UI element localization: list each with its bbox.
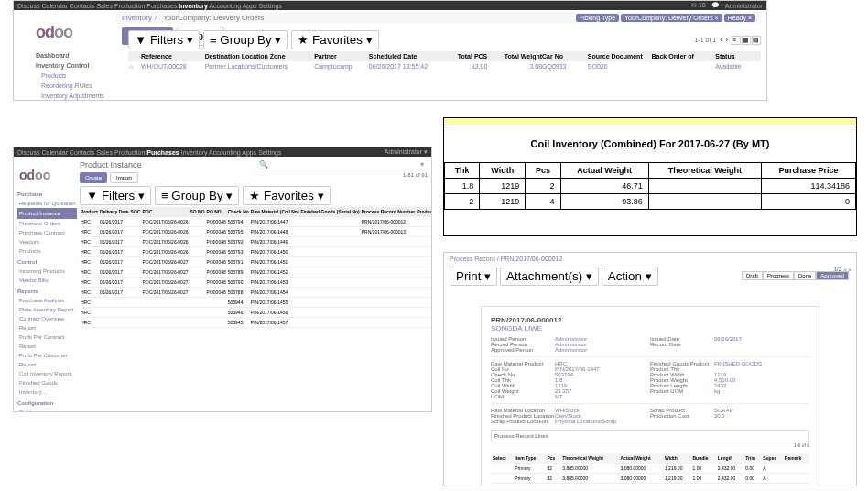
menu-purchases[interactable]: Purchases xyxy=(146,149,179,156)
sidebar-inv-adj[interactable]: Inventory Adjustments xyxy=(36,91,104,101)
col-header[interactable]: Length xyxy=(716,453,744,464)
menu-settings[interactable]: Settings xyxy=(258,149,281,156)
table-row[interactable]: HRC06/26/2017POC/2017/06/26-0026PO000485… xyxy=(80,217,432,227)
sidebar-item[interactable]: Profit Per Customer Report xyxy=(17,351,77,369)
col-header[interactable]: Scheduled Date xyxy=(369,53,442,60)
col-header[interactable]: Raw Material (Coil No) xyxy=(250,207,300,217)
user-menu[interactable]: Administrator xyxy=(725,3,763,9)
action-button[interactable]: Action ▾ xyxy=(602,267,658,286)
col-header[interactable]: Theoretical Weight xyxy=(560,453,618,464)
sidebar-inventory-control[interactable]: Inventory Control xyxy=(36,60,104,71)
menu-contacts[interactable]: Contacts xyxy=(70,149,95,156)
create-button[interactable]: Create xyxy=(80,172,107,183)
col-header[interactable]: POC xyxy=(141,207,189,217)
menu-sales[interactable]: Sales xyxy=(96,149,113,156)
menu-production[interactable]: Production xyxy=(114,3,145,9)
col-header[interactable]: Super xyxy=(761,453,783,464)
menu-calendar[interactable]: Calendar xyxy=(41,149,67,156)
table-row[interactable]: HRC503945PIN/2017/06-1457HOT/SPHC1類2.80 … xyxy=(80,318,432,328)
pager-next-icon[interactable]: › xyxy=(726,37,728,43)
menu-production[interactable]: Production xyxy=(114,149,145,156)
calendar-view-icon[interactable]: ▤ xyxy=(752,36,761,45)
favorites-button[interactable]: ★ Favorites ▾ xyxy=(243,186,330,205)
col-header[interactable]: Back Order of xyxy=(652,53,716,60)
col-header[interactable]: Total PCS xyxy=(442,53,488,60)
col-header[interactable]: SO NO xyxy=(189,207,205,217)
menu-settings[interactable]: Settings xyxy=(259,3,282,9)
search-expand-icon[interactable]: ▾ xyxy=(420,160,424,169)
col-header[interactable]: Source Document xyxy=(588,53,652,60)
favorites-button[interactable]: ★ Favorites ▾ xyxy=(291,30,378,49)
table-row[interactable]: HRC06/26/2017POC/2017/06/26-0027PO000485… xyxy=(80,257,432,267)
col-header[interactable]: Remark xyxy=(783,453,809,464)
sidebar-item[interactable]: Plate Inventory Report xyxy=(17,305,77,314)
kanban-view-icon[interactable]: ▦ xyxy=(742,36,751,45)
pager-prev-icon[interactable]: ‹ xyxy=(720,37,722,43)
status-draft[interactable]: Draft xyxy=(742,271,763,280)
pager-next-icon[interactable]: › xyxy=(849,267,851,286)
groupby-button[interactable]: ≡ Group By ▾ xyxy=(203,30,288,49)
groupby-button[interactable]: ≡ Group By ▾ xyxy=(155,186,239,205)
table-row[interactable]: HRC06/26/2017POC/2017/06/26-0026PO000485… xyxy=(80,247,432,257)
filter-tag[interactable]: Picking Type xyxy=(576,14,620,22)
table-row[interactable]: Primary823,885.000003,080.000001,219.001… xyxy=(491,474,809,484)
table-row[interactable]: HRC503946PIN/2017/06-1456HOT/SPHC1類2.80 … xyxy=(80,308,432,318)
filters-button[interactable]: ▼ Filters ▾ xyxy=(128,30,200,49)
sidebar-dashboard[interactable]: Dashboard xyxy=(36,50,104,60)
col-header[interactable]: SOC xyxy=(130,207,142,217)
filter-tag[interactable]: Ready × xyxy=(724,14,755,22)
col-header[interactable]: Status xyxy=(715,53,761,60)
col-header[interactable]: Width xyxy=(663,453,691,464)
table-row[interactable]: HRC06/26/2017POC/2017/06/26-0027PO000485… xyxy=(80,288,432,298)
sidebar-item[interactable]: Vendors xyxy=(17,237,77,246)
col-header[interactable]: Trim xyxy=(743,453,761,464)
attachment-button[interactable]: Attachment(s) ▾ xyxy=(500,267,599,286)
menu-accounting[interactable]: Accounting xyxy=(209,149,241,156)
menu-apps[interactable]: Apps xyxy=(243,3,257,9)
col-header[interactable]: Delivery Date xyxy=(99,207,130,217)
sidebar-products[interactable]: Products xyxy=(36,71,104,81)
search-icon[interactable]: 🔍 xyxy=(259,160,268,169)
sidebar-reorder[interactable]: Reordering RUles xyxy=(36,81,104,91)
menu-inventory[interactable]: Inventory xyxy=(179,3,208,9)
col-header[interactable]: Check No xyxy=(227,207,250,217)
col-header[interactable]: Partner xyxy=(314,53,369,60)
sidebar-item[interactable]: Profit Per Contract Report xyxy=(17,333,77,351)
sidebar-item[interactable]: Purchase Analysis xyxy=(17,296,77,305)
col-header[interactable]: Process Record Number xyxy=(361,207,416,217)
table-row[interactable]: HRC06/26/2017POC/2017/06/26-0027PO000485… xyxy=(80,278,432,288)
col-header[interactable]: Finished Goods (Serial No) xyxy=(300,207,361,217)
col-header[interactable]: Select xyxy=(491,453,513,464)
col-header[interactable]: Total Weight xyxy=(487,53,542,60)
menu-apps[interactable]: Apps xyxy=(242,149,256,156)
table-row[interactable]: HRC06/26/2017POC/2017/06/26-0027PO000485… xyxy=(80,267,432,278)
table-row[interactable]: Primary823,885.000003,080.000001,219.001… xyxy=(491,464,809,474)
table-row[interactable]: HRC06/26/2017POC/2017/06/26-0026PO000485… xyxy=(80,227,432,237)
sidebar-item[interactable]: Incoming Products xyxy=(17,267,77,276)
sidebar-item[interactable]: Product Instance xyxy=(17,208,77,219)
col-header[interactable]: Bundle xyxy=(690,453,715,464)
col-header[interactable]: PO NO xyxy=(206,207,227,217)
chat-icon[interactable]: 💬 xyxy=(711,2,720,9)
col-header[interactable] xyxy=(128,53,141,60)
col-header[interactable]: Item Type xyxy=(513,453,545,464)
breadcrumb-root[interactable]: Inventory xyxy=(122,14,152,22)
col-header[interactable]: Product xyxy=(80,207,99,217)
status-progress[interactable]: Progress xyxy=(763,271,794,280)
table-row[interactable]: HRC06/26/2017POC/2017/06/26-0026PO000485… xyxy=(80,237,432,247)
sidebar-item[interactable]: Coil Inventory Report xyxy=(17,369,77,378)
sidebar-item[interactable]: Settings xyxy=(17,408,77,412)
sidebar-item[interactable]: Products xyxy=(17,246,77,256)
col-header[interactable]: Production Date xyxy=(416,207,432,217)
sidebar-item[interactable]: Contract Overview Report xyxy=(17,314,77,333)
sidebar-item[interactable]: Requests for Quotation xyxy=(17,199,77,208)
col-header[interactable]: Destination Location Zone xyxy=(205,53,314,60)
menu-discuss[interactable]: Discuss xyxy=(17,3,40,9)
menu-sales[interactable]: Sales xyxy=(96,3,113,9)
msg-icon[interactable]: ✉ 10 xyxy=(691,2,706,9)
sidebar-item[interactable]: Vendor Bills xyxy=(17,276,77,285)
col-header[interactable]: Pcs xyxy=(545,453,560,464)
status-done[interactable]: Done xyxy=(794,271,816,280)
menu-discuss[interactable]: Discuss xyxy=(17,149,40,156)
sidebar-item[interactable]: Purchase Orders xyxy=(17,219,77,228)
